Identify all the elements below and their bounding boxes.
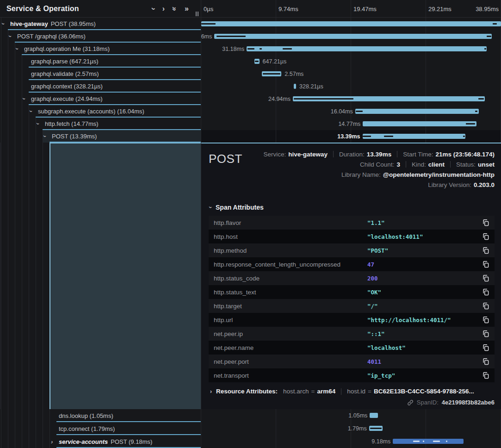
span-timeline-cell[interactable]: 16.04ms bbox=[201, 105, 501, 118]
chevron-right-icon[interactable]: › bbox=[51, 438, 59, 445]
copy-icon[interactable] bbox=[482, 232, 490, 241]
chevron-down-icon[interactable]: › bbox=[30, 108, 38, 115]
span-timeline-cell[interactable]: 24.94ms bbox=[201, 93, 501, 105]
chevron-down-icon[interactable]: › bbox=[16, 45, 24, 52]
resource-attributes-row[interactable]: › Resource Attributes: host.arch=arm64ho… bbox=[209, 388, 495, 395]
span-timeline-cell[interactable]: 647.21µs bbox=[201, 55, 501, 68]
span-row[interactable]: ›POST (13.39ms)13.39ms bbox=[0, 130, 501, 143]
copy-icon[interactable] bbox=[482, 371, 490, 380]
span-row[interactable]: ›service-accountsPOST (9.18ms)9.18ms bbox=[0, 435, 501, 448]
chevron-down-icon[interactable]: › bbox=[9, 33, 17, 40]
span-timeline-cell[interactable]: 2.57ms bbox=[201, 68, 501, 80]
span-row[interactable]: tcp.connect (1.79ms)1.79ms bbox=[0, 422, 501, 435]
copy-icon[interactable] bbox=[482, 302, 490, 310]
span-row[interactable]: ›http.fetch (14.77ms)14.77ms bbox=[0, 118, 501, 130]
span-duration-label: 16.04ms bbox=[331, 108, 353, 115]
span-name-cell[interactable]: graphql.context (328.21µs) bbox=[0, 80, 201, 93]
service-operation-header: Service & Operation › › » » bbox=[0, 0, 201, 18]
copy-icon[interactable] bbox=[482, 274, 490, 282]
span-operation-label: POST (9.18ms) bbox=[111, 438, 152, 445]
span-row[interactable]: ›graphql.execute (24.94ms)24.94ms bbox=[0, 93, 501, 105]
span-name-cell[interactable]: ›graphql.execute (24.94ms) bbox=[0, 93, 201, 105]
span-bar[interactable] bbox=[247, 46, 487, 51]
span-bar[interactable] bbox=[293, 96, 485, 101]
column-resize-grip[interactable] bbox=[196, 12, 198, 16]
span-timeline-cell[interactable]: 328.21µs bbox=[201, 80, 501, 93]
child-span-marker bbox=[384, 136, 393, 137]
span-row[interactable]: graphql.validate (2.57ms)2.57ms bbox=[0, 68, 501, 80]
span-duration-label: 328.21µs bbox=[299, 83, 323, 90]
span-row[interactable]: graphql.parse (647.21µs)647.21µs bbox=[0, 55, 501, 68]
attribute-value: "::1" bbox=[367, 330, 482, 337]
copy-icon[interactable] bbox=[482, 260, 490, 268]
span-bar[interactable] bbox=[393, 439, 464, 444]
copy-icon[interactable] bbox=[482, 343, 490, 352]
chevron-down-icon[interactable]: › bbox=[44, 133, 52, 140]
chevron-down-icon[interactable]: › bbox=[37, 120, 45, 127]
copy-icon[interactable] bbox=[482, 218, 490, 227]
span-row[interactable]: ›hive-gatewayPOST (38.95ms) bbox=[0, 18, 501, 30]
span-timeline-cell[interactable]: 31.18ms bbox=[201, 43, 501, 55]
child-span-marker bbox=[247, 48, 254, 50]
timeline-axis[interactable]: 0µs9.74ms19.47ms29.21ms38.95ms bbox=[201, 0, 501, 18]
span-bar[interactable] bbox=[363, 121, 476, 126]
span-timeline-cell[interactable]: 14.77ms bbox=[201, 118, 501, 130]
span-timeline-cell[interactable]: 13.39ms bbox=[201, 130, 501, 143]
span-row[interactable]: ›POST /graphql (36.06ms)36.06ms bbox=[0, 30, 501, 43]
span-name-cell[interactable]: ›service-accountsPOST (9.18ms) bbox=[0, 435, 201, 448]
span-row[interactable]: graphql.context (328.21µs)328.21µs bbox=[0, 80, 501, 93]
child-span-marker bbox=[370, 428, 382, 429]
span-bar[interactable] bbox=[369, 426, 383, 431]
span-name-cell[interactable]: ›graphql.operation Me (31.18ms) bbox=[0, 43, 201, 55]
chevron-down-icon[interactable]: › bbox=[152, 5, 155, 12]
copy-icon[interactable] bbox=[482, 246, 490, 255]
double-chevron-down-icon[interactable]: » bbox=[173, 5, 177, 12]
child-span-marker bbox=[255, 61, 259, 62]
chevron-right-icon: › bbox=[210, 388, 212, 395]
span-name-cell[interactable]: graphql.parse (647.21µs) bbox=[0, 55, 201, 68]
span-name-content: ›POST (13.39ms) bbox=[0, 130, 201, 143]
span-name-cell[interactable]: ›POST (13.39ms) bbox=[0, 130, 201, 143]
chevron-down-icon: › bbox=[210, 204, 211, 211]
child-span-marker bbox=[466, 123, 475, 124]
span-name-cell[interactable]: ›http.fetch (14.77ms) bbox=[0, 118, 201, 130]
divider bbox=[397, 151, 397, 157]
collapse-controls: › › » » bbox=[152, 5, 189, 12]
span-name-cell[interactable]: ›hive-gatewayPOST (38.95ms) bbox=[0, 18, 201, 30]
span-name-cell[interactable]: graphql.validate (2.57ms) bbox=[0, 68, 201, 80]
span-bar[interactable] bbox=[355, 109, 479, 114]
span-attributes-header[interactable]: › Span Attributes bbox=[210, 202, 495, 213]
span-row[interactable]: dns.lookup (1.05ms)1.05ms bbox=[0, 409, 501, 422]
copy-icon[interactable] bbox=[482, 288, 490, 296]
span-row[interactable]: ›graphql.operation Me (31.18ms)31.18ms bbox=[0, 43, 501, 55]
span-bar[interactable] bbox=[201, 21, 501, 26]
span-name-content: ›hive-gatewayPOST (38.95ms) bbox=[0, 18, 201, 30]
copy-icon[interactable] bbox=[482, 330, 490, 338]
span-bar[interactable] bbox=[262, 71, 282, 76]
attribute-row: http.host"localhost:4011" bbox=[209, 230, 495, 243]
span-name-cell[interactable]: dns.lookup (1.05ms) bbox=[0, 409, 201, 422]
span-bar[interactable] bbox=[254, 59, 260, 64]
chevron-down-icon[interactable]: › bbox=[23, 95, 31, 102]
span-timeline-cell[interactable] bbox=[201, 18, 501, 30]
chevron-down-icon[interactable]: › bbox=[2, 20, 10, 27]
attribute-row: net.peer.name"localhost" bbox=[209, 341, 495, 355]
span-timeline-cell[interactable]: 36.06ms bbox=[201, 30, 501, 43]
span-name-cell[interactable]: tcp.connect (1.79ms) bbox=[0, 422, 201, 435]
span-bar[interactable] bbox=[294, 84, 296, 89]
attribute-key: http.status_text bbox=[214, 289, 367, 296]
double-chevron-right-icon[interactable]: » bbox=[185, 5, 189, 12]
span-timeline-cell[interactable]: 1.05ms bbox=[201, 409, 501, 422]
span-name-cell[interactable]: ›subgraph.execute (accounts) (16.04ms) bbox=[0, 105, 201, 118]
span-bar[interactable] bbox=[214, 34, 492, 39]
span-timeline-cell[interactable]: 9.18ms bbox=[201, 435, 501, 448]
span-row[interactable]: ›subgraph.execute (accounts) (16.04ms)16… bbox=[0, 105, 501, 118]
copy-icon[interactable] bbox=[482, 316, 490, 324]
span-name-cell[interactable]: ›POST /graphql (36.06ms) bbox=[0, 30, 201, 43]
chevron-right-icon[interactable]: › bbox=[162, 5, 165, 12]
copy-icon[interactable] bbox=[482, 357, 490, 366]
span-bar[interactable] bbox=[363, 134, 466, 139]
span-timeline-cell[interactable]: 1.79ms bbox=[201, 422, 501, 435]
span-bar[interactable] bbox=[370, 413, 377, 418]
link-icon[interactable] bbox=[407, 399, 414, 406]
